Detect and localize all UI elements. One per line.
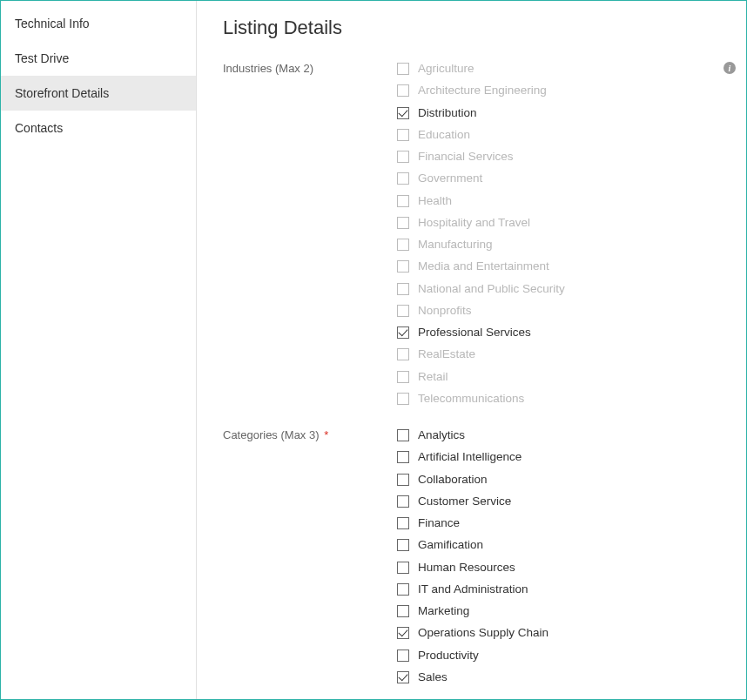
checkbox-icon[interactable]	[397, 583, 409, 596]
sidebar-item-storefront-details[interactable]: Storefront Details	[1, 76, 196, 111]
check-item[interactable]: Marketing	[397, 602, 720, 620]
checkbox-icon[interactable]	[397, 562, 409, 574]
check-item[interactable]: Distribution	[397, 104, 720, 122]
field-industries: Industries (Max 2) AgricultureArchitectu…	[223, 60, 720, 407]
check-item-label: Professional Services	[418, 324, 531, 341]
check-item: Hospitality and Travel	[397, 214, 720, 232]
page-title: Listing Details	[223, 17, 720, 39]
checkbox-icon[interactable]	[397, 495, 409, 508]
checkbox-checked-icon[interactable]	[397, 627, 409, 639]
check-item: Manufacturing	[397, 236, 720, 253]
categories-list: AnalyticsArtificial IntelligenceCollabor…	[397, 427, 720, 686]
sidebar-item-label: Contacts	[15, 121, 63, 135]
check-item[interactable]: Productivity	[397, 647, 720, 664]
checkbox-icon	[397, 217, 409, 229]
checkbox-icon[interactable]	[397, 605, 409, 617]
check-item-label: Government	[418, 170, 482, 187]
field-categories: Categories (Max 3) * AnalyticsArtificial…	[223, 427, 720, 686]
check-item[interactable]: Professional Services	[397, 324, 720, 341]
check-item-label: RealEstate	[418, 346, 475, 363]
info-icon[interactable]: i	[723, 62, 736, 74]
check-item: Financial Services	[397, 148, 720, 165]
categories-label-text: Categories (Max 3)	[223, 428, 320, 441]
check-item: Nonprofits	[397, 302, 720, 320]
checkbox-icon[interactable]	[397, 451, 409, 463]
sidebar-item-technical-info[interactable]: Technical Info	[1, 6, 196, 41]
checkbox-icon[interactable]	[397, 517, 409, 529]
check-item: Agriculture	[397, 60, 720, 77]
check-item: National and Public Security	[397, 280, 720, 298]
check-item-label: Customer Service	[418, 493, 511, 510]
check-item: Government	[397, 170, 720, 187]
checkbox-icon	[397, 172, 409, 185]
checkbox-icon	[397, 371, 409, 383]
check-item[interactable]: Human Resources	[397, 559, 720, 576]
check-item-label: Productivity	[418, 647, 479, 664]
sidebar-item-label: Storefront Details	[15, 86, 109, 100]
checkbox-icon	[397, 151, 409, 163]
app-frame: Technical InfoTest DriveStorefront Detai…	[0, 0, 747, 700]
check-item[interactable]: Analytics	[397, 427, 720, 444]
industries-body: AgricultureArchitecture EngineeringDistr…	[397, 60, 720, 407]
check-item-label: Artificial Intelligence	[418, 448, 522, 466]
check-item-label: Collaboration	[418, 471, 488, 488]
check-item: Health	[397, 192, 720, 210]
sidebar-item-test-drive[interactable]: Test Drive	[1, 41, 196, 76]
check-item[interactable]: Artificial Intelligence	[397, 448, 720, 466]
check-item-label: Marketing	[418, 602, 469, 620]
checkbox-icon	[397, 305, 409, 317]
checkbox-checked-icon[interactable]	[397, 107, 409, 119]
check-item-label: IT and Administration	[418, 581, 528, 598]
check-item[interactable]: Operations Supply Chain	[397, 624, 720, 642]
checkbox-icon	[397, 283, 409, 295]
check-item-label: Manufacturing	[418, 236, 493, 253]
check-item[interactable]: Sales	[397, 669, 720, 686]
check-item-label: National and Public Security	[418, 280, 565, 298]
check-item-label: Education	[418, 126, 470, 144]
sidebar-item-contacts[interactable]: Contacts	[1, 111, 196, 145]
check-item-label: Operations Supply Chain	[418, 624, 548, 642]
check-item-label: Agriculture	[418, 60, 474, 77]
check-item: Telecommunications	[397, 390, 720, 407]
check-item[interactable]: IT and Administration	[397, 581, 720, 598]
check-item-label: Media and Entertainment	[418, 258, 549, 275]
checkbox-icon	[397, 84, 409, 97]
check-item: Media and Entertainment	[397, 258, 720, 275]
check-item[interactable]: Collaboration	[397, 471, 720, 488]
check-item: Retail	[397, 368, 720, 386]
checkbox-icon	[397, 239, 409, 251]
required-asterisk: *	[324, 428, 328, 441]
check-item: Education	[397, 126, 720, 144]
check-item-label: Sales	[418, 669, 448, 686]
checkbox-icon	[397, 393, 409, 405]
sidebar-item-label: Technical Info	[15, 17, 90, 30]
check-item[interactable]: Finance	[397, 515, 720, 532]
check-item: Architecture Engineering	[397, 82, 720, 99]
check-item-label: Hospitality and Travel	[418, 214, 530, 232]
check-item-label: Analytics	[418, 427, 465, 444]
categories-body: AnalyticsArtificial IntelligenceCollabor…	[397, 427, 720, 686]
main-panel: Listing Details Industries (Max 2) Agric…	[197, 1, 746, 699]
check-item[interactable]: Gamification	[397, 536, 720, 554]
check-item-label: Financial Services	[418, 148, 514, 165]
checkbox-checked-icon[interactable]	[397, 671, 409, 683]
industries-label-text: Industries (Max 2)	[223, 62, 313, 75]
checkbox-checked-icon[interactable]	[397, 326, 409, 339]
industries-label: Industries (Max 2)	[223, 60, 397, 75]
checkbox-icon[interactable]	[397, 474, 409, 486]
checkbox-icon	[397, 129, 409, 141]
check-item[interactable]: Customer Service	[397, 493, 720, 510]
sidebar: Technical InfoTest DriveStorefront Detai…	[1, 1, 197, 699]
checkbox-icon	[397, 63, 409, 75]
checkbox-icon[interactable]	[397, 539, 409, 551]
checkbox-icon	[397, 195, 409, 207]
check-item-label: Human Resources	[418, 559, 515, 576]
checkbox-icon[interactable]	[397, 429, 409, 441]
check-item-label: Telecommunications	[418, 390, 524, 407]
check-item-label: Distribution	[418, 104, 477, 122]
check-item: RealEstate	[397, 346, 720, 363]
check-item-label: Gamification	[418, 536, 483, 554]
checkbox-icon[interactable]	[397, 650, 409, 662]
categories-label: Categories (Max 3) *	[223, 427, 397, 441]
checkbox-icon	[397, 260, 409, 273]
